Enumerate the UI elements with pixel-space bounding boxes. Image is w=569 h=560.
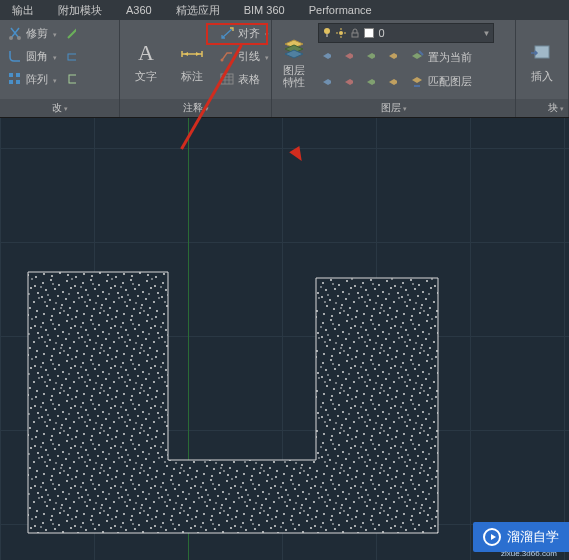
- drawing-canvas[interactable]: 溜溜自学 zixue.3d66.com: [0, 118, 569, 560]
- trim-button[interactable]: 修剪: [4, 24, 60, 42]
- text-button[interactable]: A 文字: [124, 23, 168, 99]
- fillet-label: 圆角: [26, 49, 48, 64]
- svg-point-9: [221, 59, 224, 62]
- sun-icon: [336, 28, 346, 38]
- match-layer-icon: [409, 73, 425, 89]
- leader-button[interactable]: 引线: [216, 47, 272, 65]
- svg-point-11: [324, 28, 330, 34]
- panel-insert-label[interactable]: 块: [516, 99, 568, 117]
- dimension-label: 标注: [181, 69, 203, 84]
- modify-icon-1[interactable]: [63, 25, 79, 41]
- layer-tool-4[interactable]: [384, 49, 400, 65]
- make-current-label: 置为当前: [428, 50, 472, 65]
- layer-props-label: 图层特性: [283, 64, 305, 88]
- menu-a360[interactable]: A360: [114, 2, 164, 18]
- menu-output[interactable]: 输出: [0, 1, 46, 20]
- layer-tool-6[interactable]: [340, 73, 356, 89]
- layer-tool-2[interactable]: [340, 49, 356, 65]
- layer-properties-icon: [280, 34, 308, 62]
- menu-addons[interactable]: 附加模块: [46, 1, 114, 20]
- color-swatch: [364, 28, 374, 38]
- svg-rect-5: [9, 80, 13, 84]
- fillet-button[interactable]: 圆角: [4, 47, 60, 65]
- chevron-down-icon: ▼: [482, 29, 490, 38]
- dimension-button[interactable]: 标注: [170, 23, 214, 99]
- array-icon: [7, 71, 23, 87]
- trim-label: 修剪: [26, 26, 48, 41]
- panel-insert: 插入 块: [516, 20, 569, 117]
- layer-tool-1[interactable]: [318, 49, 334, 65]
- insert-label: 插入: [531, 69, 553, 84]
- chevron-down-icon: [51, 27, 57, 39]
- panel-layers-label[interactable]: 图层: [272, 99, 515, 117]
- align-label: 对齐: [238, 26, 260, 41]
- array-button[interactable]: 阵列: [4, 70, 60, 88]
- text-label: 文字: [135, 69, 157, 84]
- match-layer-label: 匹配图层: [428, 74, 472, 89]
- svg-point-1: [17, 36, 21, 40]
- watermark-text: 溜溜自学: [507, 528, 559, 546]
- menu-performance[interactable]: Performance: [297, 2, 384, 18]
- svg-text:A: A: [138, 40, 154, 65]
- svg-rect-3: [9, 73, 13, 77]
- fillet-icon: [7, 48, 23, 64]
- chevron-down-icon: [263, 50, 269, 62]
- lock-icon: [350, 28, 360, 38]
- panel-annotate: A 文字 标注 对齐 引线: [120, 20, 272, 117]
- layer-dropdown[interactable]: 0 ▼: [318, 23, 494, 43]
- menu-featured[interactable]: 精选应用: [164, 1, 232, 20]
- svg-rect-4: [16, 73, 20, 77]
- modify-icon-2[interactable]: [63, 48, 79, 64]
- svg-rect-12: [326, 34, 328, 37]
- make-current-icon: [409, 49, 425, 65]
- insert-button[interactable]: 插入: [520, 23, 564, 99]
- text-icon: A: [132, 39, 160, 67]
- chevron-down-icon: [51, 50, 57, 62]
- align-button[interactable]: 对齐: [216, 24, 272, 42]
- table-label: 表格: [238, 72, 260, 87]
- svg-rect-15: [535, 46, 549, 58]
- menubar: 输出 附加模块 A360 精选应用 BIM 360 Performance: [0, 0, 569, 20]
- watermark-url: zixue.3d66.com: [501, 549, 557, 558]
- layer-tool-8[interactable]: [384, 73, 400, 89]
- svg-rect-14: [352, 33, 358, 37]
- modify-icon-3[interactable]: [63, 71, 79, 87]
- insert-icon: [528, 39, 556, 67]
- bulb-icon: [322, 27, 332, 39]
- panel-layers: 图层特性 0 ▼ 置为当前: [272, 20, 516, 117]
- panel-modify: 修剪 圆角 阵列: [0, 20, 120, 117]
- leader-label: 引线: [238, 49, 260, 64]
- svg-rect-6: [16, 80, 20, 84]
- ribbon: 修剪 圆角 阵列: [0, 20, 569, 118]
- drawing-content: [0, 118, 569, 560]
- panel-modify-label[interactable]: 改: [0, 99, 119, 117]
- layer-tool-3[interactable]: [362, 49, 378, 65]
- play-icon: [483, 528, 501, 546]
- menu-bim360[interactable]: BIM 360: [232, 2, 297, 18]
- array-label: 阵列: [26, 72, 48, 87]
- layer-tool-7[interactable]: [362, 73, 378, 89]
- chevron-down-icon: [51, 73, 57, 85]
- match-layer-button[interactable]: 匹配图层: [406, 72, 475, 90]
- svg-point-0: [9, 36, 13, 40]
- svg-rect-7: [69, 75, 76, 83]
- make-current-button[interactable]: 置为当前: [406, 48, 475, 66]
- dimension-icon: [178, 39, 206, 67]
- chevron-down-icon: [263, 27, 269, 39]
- svg-point-13: [339, 31, 343, 35]
- trim-icon: [7, 25, 23, 41]
- layer-properties-button[interactable]: 图层特性: [276, 23, 312, 99]
- layer-tool-5[interactable]: [318, 73, 334, 89]
- panel-annotate-label[interactable]: 注释: [120, 99, 271, 117]
- align-icon: [219, 25, 235, 41]
- watermark: 溜溜自学: [473, 522, 569, 552]
- svg-rect-2: [68, 54, 76, 60]
- layer-name: 0: [378, 27, 478, 39]
